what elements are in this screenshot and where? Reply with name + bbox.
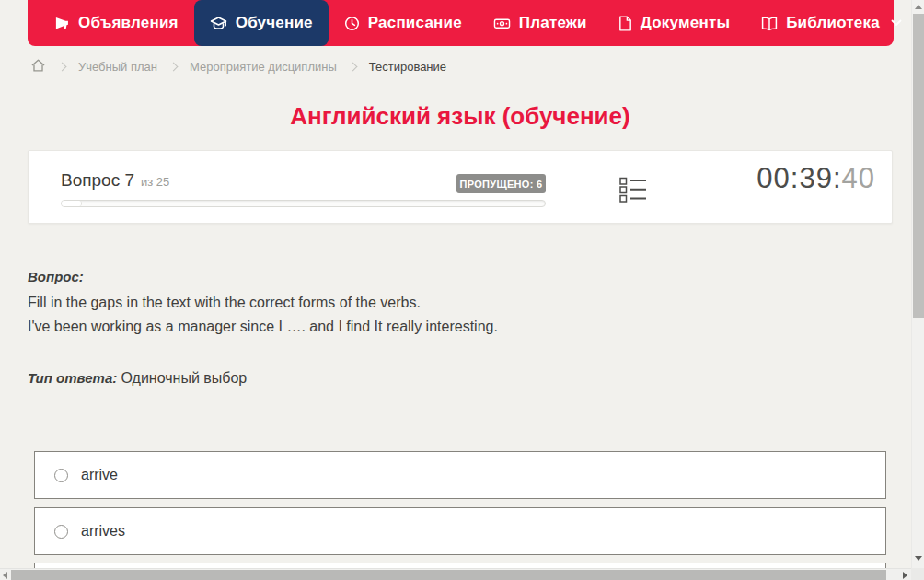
radio-button[interactable] bbox=[54, 469, 68, 482]
vertical-scrollbar-thumb[interactable] bbox=[913, 14, 924, 318]
nav-item-announcements[interactable]: Объявления bbox=[39, 0, 194, 46]
nav-item-label: Обучение bbox=[236, 14, 313, 32]
question-list-button[interactable] bbox=[618, 176, 649, 207]
answer-option-arrives[interactable]: arrives bbox=[34, 507, 886, 555]
breadcrumb: Учебный план Мероприятие дисциплины Тест… bbox=[30, 57, 446, 76]
question-progress-bar bbox=[61, 200, 546, 207]
vertical-scrollbar[interactable] bbox=[911, 0, 924, 568]
question-text-line: I've been working as a manager since I …… bbox=[28, 315, 865, 339]
question-text-line: Fill in the gaps in the text with the co… bbox=[28, 291, 865, 315]
question-total: из 25 bbox=[141, 175, 169, 189]
answer-type-row: Тип ответа: Одиночный выбор bbox=[28, 370, 865, 387]
megaphone-icon bbox=[54, 16, 70, 31]
breadcrumb-curriculum[interactable]: Учебный план bbox=[78, 60, 157, 74]
nav-item-label: Библиотека bbox=[786, 14, 880, 32]
breadcrumb-separator-icon bbox=[58, 63, 67, 72]
nav-item-label: Расписание bbox=[368, 14, 462, 32]
nav-item-library[interactable]: Библиотека bbox=[745, 0, 918, 46]
scroll-down-icon[interactable] bbox=[915, 556, 922, 561]
answer-type-value: Одиночный выбор bbox=[121, 370, 247, 386]
horizontal-scrollbar[interactable] bbox=[0, 568, 911, 580]
option-label: arrives bbox=[81, 523, 125, 539]
radio-button[interactable] bbox=[54, 525, 68, 539]
answer-options: arrive arrives bbox=[34, 451, 886, 580]
banknote-icon bbox=[493, 16, 511, 31]
nav-item-schedule[interactable]: Расписание bbox=[329, 0, 478, 46]
top-navigation: Объявления Обучение Расписание Платежи Д… bbox=[28, 0, 894, 46]
question-body: Вопрос: Fill in the gaps in the text wit… bbox=[28, 269, 865, 387]
nav-item-learning[interactable]: Обучение bbox=[194, 0, 329, 46]
question-number: Вопрос 7 bbox=[61, 170, 134, 191]
nav-item-label: Объявления bbox=[78, 14, 179, 32]
option-label: arrive bbox=[81, 467, 118, 483]
question-counter: Вопрос 7 из 25 bbox=[61, 170, 169, 191]
scroll-right-icon[interactable] bbox=[903, 572, 907, 579]
clock-icon bbox=[344, 16, 360, 31]
question-progress-fill bbox=[62, 201, 82, 206]
graduation-cap-icon bbox=[210, 16, 227, 31]
nav-item-label: Платежи bbox=[519, 14, 587, 32]
timer-minutes: 00:39: bbox=[757, 162, 841, 194]
chevron-down-icon bbox=[891, 19, 902, 27]
breadcrumb-separator-icon bbox=[348, 63, 357, 72]
breadcrumb-separator-icon bbox=[169, 63, 179, 72]
nav-item-documents[interactable]: Документы bbox=[603, 0, 745, 46]
answer-type-label: Тип ответа: bbox=[28, 370, 117, 386]
question-list-icon bbox=[619, 176, 647, 207]
scroll-up-icon[interactable] bbox=[915, 5, 922, 9]
question-header-panel: Вопрос 7 из 25 ПРОПУЩЕНО: 6 00:39:40 bbox=[28, 150, 893, 224]
home-icon[interactable] bbox=[30, 58, 46, 75]
page-title: Английский язык (обучение) bbox=[28, 102, 893, 131]
skipped-badge: ПРОПУЩЕНО: 6 bbox=[456, 174, 546, 193]
book-icon bbox=[761, 16, 778, 31]
breadcrumb-testing-current: Тестирование bbox=[369, 60, 446, 74]
question-label: Вопрос: bbox=[28, 269, 865, 284]
breadcrumb-discipline-event[interactable]: Мероприятие дисциплины bbox=[190, 60, 337, 74]
scrollbar-corner bbox=[911, 568, 924, 580]
countdown-timer: 00:39:40 bbox=[757, 162, 875, 195]
scroll-left-icon[interactable] bbox=[3, 572, 7, 579]
horizontal-scrollbar-thumb[interactable] bbox=[11, 570, 886, 580]
nav-item-label: Документы bbox=[641, 14, 730, 32]
nav-item-payments[interactable]: Платежи bbox=[478, 0, 603, 46]
answer-option-arrive[interactable]: arrive bbox=[34, 451, 886, 499]
document-icon bbox=[618, 16, 632, 31]
timer-seconds: 40 bbox=[842, 162, 875, 194]
